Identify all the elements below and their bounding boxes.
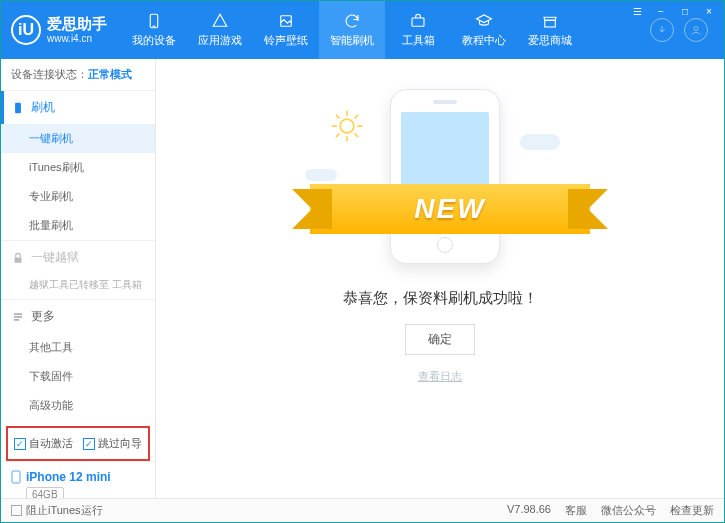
svg-rect-7 bbox=[15, 257, 22, 262]
wallpaper-icon bbox=[277, 12, 295, 30]
cloud-icon bbox=[520, 134, 560, 150]
sidebar-item-others[interactable]: 其他工具 bbox=[1, 333, 155, 362]
window-controls: ☰ − □ × bbox=[622, 1, 724, 21]
nav-toolbox[interactable]: 工具箱 bbox=[385, 1, 451, 59]
svg-rect-4 bbox=[545, 20, 556, 27]
section-jailbreak[interactable]: 一键越狱 bbox=[1, 241, 155, 274]
header-actions bbox=[634, 18, 724, 42]
svg-line-20 bbox=[336, 134, 339, 137]
jailbreak-note: 越狱工具已转移至 工具箱 bbox=[1, 274, 155, 299]
close-button[interactable]: × bbox=[698, 3, 720, 19]
sidebar-item-oneclick[interactable]: 一键刷机 bbox=[1, 124, 155, 153]
status-label: 设备连接状态： bbox=[11, 68, 88, 80]
nav-device[interactable]: 我的设备 bbox=[121, 1, 187, 59]
phone-illustration bbox=[390, 89, 500, 264]
minimize-button[interactable]: − bbox=[650, 3, 672, 19]
section-title: 更多 bbox=[31, 308, 55, 325]
device-icon bbox=[11, 470, 21, 484]
svg-rect-6 bbox=[15, 102, 21, 113]
nav-tutorials[interactable]: 教程中心 bbox=[451, 1, 517, 59]
update-link[interactable]: 检查更新 bbox=[670, 503, 714, 518]
apps-icon bbox=[211, 12, 229, 30]
download-button[interactable] bbox=[650, 18, 674, 42]
view-log-link[interactable]: 查看日志 bbox=[418, 369, 462, 384]
nav-label: 爱思商城 bbox=[528, 33, 572, 48]
checkbox-group: ✓自动激活 ✓跳过向导 bbox=[6, 426, 150, 461]
nav-apps[interactable]: 应用游戏 bbox=[187, 1, 253, 59]
sidebar: 设备连接状态：正常模式 刷机 一键刷机 iTunes刷机 专业刷机 批量刷机 一… bbox=[1, 59, 156, 498]
sidebar-item-pro[interactable]: 专业刷机 bbox=[1, 182, 155, 211]
nav-label: 我的设备 bbox=[132, 33, 176, 48]
app-header: iU 爱思助手 www.i4.cn 我的设备 应用游戏 铃声壁纸 智能刷机 工具… bbox=[1, 1, 724, 59]
status-bar: 阻止iTunes运行 V7.98.66 客服 微信公众号 检查更新 bbox=[1, 498, 724, 522]
nav-label: 工具箱 bbox=[402, 33, 435, 48]
svg-line-17 bbox=[336, 115, 339, 118]
confirm-button[interactable]: 确定 bbox=[405, 324, 475, 355]
svg-rect-11 bbox=[12, 471, 20, 483]
nav-label: 铃声壁纸 bbox=[264, 33, 308, 48]
list-icon bbox=[11, 310, 25, 324]
device-storage: 64GB bbox=[26, 487, 64, 498]
sidebar-item-firmware[interactable]: 下载固件 bbox=[1, 362, 155, 391]
device-name-row: iPhone 12 mini bbox=[11, 470, 145, 484]
sun-icon bbox=[330, 109, 364, 143]
nav-label: 智能刷机 bbox=[330, 33, 374, 48]
top-nav: 我的设备 应用游戏 铃声壁纸 智能刷机 工具箱 教程中心 爱思商城 bbox=[121, 1, 634, 59]
lock-icon bbox=[11, 251, 25, 265]
check-label: 自动激活 bbox=[29, 436, 73, 451]
nav-label: 教程中心 bbox=[462, 33, 506, 48]
svg-point-12 bbox=[340, 119, 354, 133]
section-more[interactable]: 更多 bbox=[1, 300, 155, 333]
checkbox-skip-guide[interactable]: ✓跳过向导 bbox=[83, 436, 142, 451]
check-icon: ✓ bbox=[14, 438, 26, 450]
logo-block: iU 爱思助手 www.i4.cn bbox=[1, 15, 121, 45]
svg-point-5 bbox=[694, 27, 698, 31]
svg-rect-3 bbox=[412, 18, 424, 26]
main-pane: NEW 恭喜您，保资料刷机成功啦！ 确定 查看日志 bbox=[156, 59, 724, 498]
cloud-icon bbox=[305, 169, 337, 181]
phone-icon bbox=[145, 12, 163, 30]
block-itunes-checkbox[interactable]: 阻止iTunes运行 bbox=[11, 503, 103, 518]
status-value: 正常模式 bbox=[88, 68, 132, 80]
checkbox-icon bbox=[11, 505, 22, 516]
check-icon: ✓ bbox=[83, 438, 95, 450]
sidebar-item-advanced[interactable]: 高级功能 bbox=[1, 391, 155, 420]
section-title: 刷机 bbox=[31, 99, 55, 116]
settings-button[interactable]: ☰ bbox=[626, 3, 648, 19]
shop-icon bbox=[541, 12, 559, 30]
check-label: 跳过向导 bbox=[98, 436, 142, 451]
user-button[interactable] bbox=[684, 18, 708, 42]
connection-status: 设备连接状态：正常模式 bbox=[1, 59, 155, 90]
success-illustration: NEW bbox=[330, 89, 550, 269]
wechat-link[interactable]: 微信公众号 bbox=[601, 503, 656, 518]
nav-label: 应用游戏 bbox=[198, 33, 242, 48]
brand-url: www.i4.cn bbox=[47, 33, 107, 45]
grad-cap-icon bbox=[475, 12, 493, 30]
success-message: 恭喜您，保资料刷机成功啦！ bbox=[343, 289, 538, 308]
new-banner: NEW bbox=[310, 184, 590, 234]
sidebar-item-batch[interactable]: 批量刷机 bbox=[1, 211, 155, 240]
maximize-button[interactable]: □ bbox=[674, 3, 696, 19]
nav-flash[interactable]: 智能刷机 bbox=[319, 1, 385, 59]
device-block[interactable]: iPhone 12 mini 64GB Down-12mini-13,1 bbox=[1, 461, 155, 498]
logo-icon: iU bbox=[11, 15, 41, 45]
svg-line-19 bbox=[355, 115, 358, 118]
checkbox-auto-activate[interactable]: ✓自动激活 bbox=[14, 436, 73, 451]
check-label: 阻止iTunes运行 bbox=[26, 503, 103, 518]
phone-icon bbox=[11, 101, 25, 115]
nav-ringtones[interactable]: 铃声壁纸 bbox=[253, 1, 319, 59]
version-label: V7.98.66 bbox=[507, 503, 551, 518]
sidebar-item-itunes[interactable]: iTunes刷机 bbox=[1, 153, 155, 182]
section-title: 一键越狱 bbox=[31, 249, 79, 266]
section-flash[interactable]: 刷机 bbox=[1, 91, 155, 124]
brand-name: 爱思助手 bbox=[47, 15, 107, 33]
support-link[interactable]: 客服 bbox=[565, 503, 587, 518]
refresh-icon bbox=[343, 12, 361, 30]
nav-shop[interactable]: 爱思商城 bbox=[517, 1, 583, 59]
toolbox-icon bbox=[409, 12, 427, 30]
device-name: iPhone 12 mini bbox=[26, 470, 111, 484]
svg-line-18 bbox=[355, 134, 358, 137]
